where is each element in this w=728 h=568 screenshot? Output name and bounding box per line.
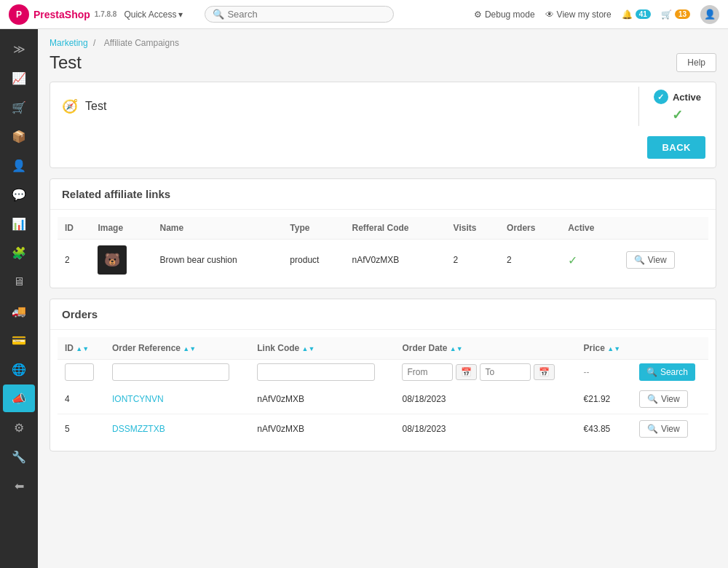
- compass-icon: 🧭: [62, 98, 78, 114]
- col-name: Name: [153, 217, 283, 240]
- global-search-bar[interactable]: 🔍: [205, 6, 394, 23]
- sidebar-item-marketing[interactable]: 📣: [3, 384, 35, 412]
- sidebar: ≫ 📈 🛒 📦 👤 💬 📊 🧩 🖥 🚚 💳 🌐 📣 ⚙ 🔧 ⬅: [0, 29, 38, 568]
- status-active-icon: ✓: [654, 90, 668, 104]
- view-button[interactable]: 🔍 View: [626, 251, 675, 269]
- orders-col-actions: [632, 337, 708, 360]
- quick-access-button[interactable]: Quick Access ▾: [124, 9, 183, 20]
- order-row-2: 5 DSSMZZTXB nAfV0zMXB 08/18/2023 €43.85 …: [58, 414, 708, 444]
- sort-icon-ref[interactable]: ▲▼: [183, 345, 196, 352]
- orders-col-link: Link Code ▲▼: [250, 337, 395, 360]
- related-links-table-container: ID Image Name Type Refferal Code Visits …: [50, 210, 716, 288]
- nav-right: ⚙ Debug mode 👁 View my store 🔔 41 🛒 13 👤: [474, 5, 719, 24]
- related-links-table: ID Image Name Type Refferal Code Visits …: [58, 217, 708, 280]
- row-image: 🐻: [90, 240, 152, 281]
- sort-icon-price[interactable]: ▲▼: [607, 345, 620, 352]
- date-from-calendar-button[interactable]: 📅: [456, 364, 477, 380]
- order-view-button-2[interactable]: 🔍 View: [639, 420, 688, 438]
- filter-id-input[interactable]: [65, 363, 94, 381]
- logo[interactable]: P PrestaShop 1.7.8.8: [9, 4, 116, 25]
- sidebar-item-catalog[interactable]: 📦: [3, 122, 35, 150]
- cart-button[interactable]: 🛒 13: [661, 9, 690, 20]
- col-active: Active: [561, 217, 618, 240]
- sidebar-item-advanced[interactable]: 🔧: [3, 443, 35, 470]
- sidebar-item-dashboard[interactable]: 📈: [3, 64, 35, 92]
- orders-col-ref: Order Reference ▲▼: [105, 337, 250, 360]
- search-icon: 🔍: [213, 9, 224, 20]
- bell-icon: 🔔: [622, 9, 633, 20]
- order-actions-2: 🔍 View: [632, 414, 708, 444]
- orders-section: Orders ID ▲▼ Order Reference ▲▼: [50, 299, 716, 451]
- help-button[interactable]: Help: [676, 53, 716, 72]
- sidebar-item-messages[interactable]: 💬: [3, 181, 35, 208]
- status-checkmark: ✓: [672, 107, 683, 123]
- breadcrumb-current: Affiliate Campaigns: [104, 38, 179, 48]
- notifications-badge: 41: [636, 9, 651, 19]
- orders-col-id: ID ▲▼: [58, 337, 105, 360]
- filter-search-cell: 🔍 Search: [632, 360, 708, 385]
- order-view-button-1[interactable]: 🔍 View: [639, 390, 688, 408]
- back-button[interactable]: BACK: [647, 136, 705, 159]
- sidebar-item-back[interactable]: ⬅: [3, 472, 35, 500]
- related-links-header: Related affiliate links: [50, 179, 716, 210]
- breadcrumb: Marketing / Affiliate Campaigns: [50, 38, 716, 48]
- search-icon: 🔍: [647, 424, 658, 434]
- breadcrumb-parent[interactable]: Marketing: [50, 38, 88, 48]
- status-header: ✓ Active: [654, 90, 701, 104]
- sidebar-item-payment[interactable]: 💳: [3, 326, 35, 354]
- col-orders: Orders: [499, 217, 561, 240]
- main-layout: ≫ 📈 🛒 📦 👤 💬 📊 🧩 🖥 🚚 💳 🌐 📣 ⚙ 🔧 ⬅ Marketin…: [0, 29, 728, 568]
- debug-mode-button[interactable]: ⚙ Debug mode: [474, 9, 535, 20]
- sidebar-item-international[interactable]: 🌐: [3, 355, 35, 383]
- sidebar-item-shipping[interactable]: 🚚: [3, 297, 35, 325]
- orders-col-price: Price ▲▼: [577, 337, 632, 360]
- sort-icon-id[interactable]: ▲▼: [76, 345, 89, 352]
- filter-price-cell: --: [577, 360, 632, 385]
- sidebar-item-customers[interactable]: 👤: [3, 151, 35, 179]
- product-image: 🐻: [98, 245, 127, 275]
- row-name: Brown bear cushion: [153, 240, 283, 281]
- order-price-1: €21.92: [577, 384, 632, 414]
- filter-ref-cell: [105, 360, 250, 385]
- sort-icon-date[interactable]: ▲▼: [450, 345, 463, 352]
- filter-link-cell: [250, 360, 395, 385]
- col-image: Image: [90, 217, 152, 240]
- app-name: PrestaShop: [33, 9, 90, 20]
- date-from-input[interactable]: [402, 363, 453, 381]
- date-to-calendar-button[interactable]: 📅: [534, 364, 555, 380]
- sidebar-item-design[interactable]: 🖥: [3, 268, 35, 296]
- search-input[interactable]: [227, 9, 386, 20]
- sidebar-item-modules[interactable]: 🧩: [3, 239, 35, 267]
- top-navigation: P PrestaShop 1.7.8.8 Quick Access ▾ 🔍 ⚙ …: [0, 0, 728, 29]
- filter-ref-input[interactable]: [112, 363, 229, 381]
- col-referral-code: Refferal Code: [345, 217, 446, 240]
- campaign-status-section: ✓ Active ✓: [639, 82, 716, 130]
- campaign-card: 🧭 Test ✓ Active ✓ BACK: [50, 82, 716, 168]
- order-ref-link-2[interactable]: DSSMZZTXB: [112, 424, 165, 434]
- order-ref-link-1[interactable]: IONTCYNVN: [112, 394, 164, 404]
- row-active: ✓: [561, 240, 618, 281]
- date-to-input[interactable]: [480, 363, 531, 381]
- campaign-card-inner: 🧭 Test ✓ Active ✓: [50, 82, 716, 130]
- order-actions-1: 🔍 View: [632, 384, 708, 414]
- notifications-button[interactable]: 🔔 41: [622, 9, 651, 20]
- page-header: Test Help: [50, 52, 716, 73]
- sidebar-item-orders[interactable]: 🛒: [3, 93, 35, 121]
- filter-date-cell: 📅 📅: [395, 360, 576, 385]
- sort-icon-link[interactable]: ▲▼: [302, 345, 315, 352]
- order-link-1: nAfV0zMXB: [250, 384, 395, 414]
- user-avatar[interactable]: 👤: [700, 5, 719, 24]
- view-store-button[interactable]: 👁 View my store: [545, 9, 612, 20]
- row-visits: 2: [446, 240, 500, 281]
- sidebar-item-expand[interactable]: ≫: [3, 35, 35, 63]
- search-icon: 🔍: [646, 367, 657, 377]
- sidebar-item-stats[interactable]: 📊: [3, 210, 35, 237]
- sidebar-item-settings[interactable]: ⚙: [3, 414, 35, 441]
- orders-search-button[interactable]: 🔍 Search: [639, 363, 695, 381]
- filter-link-input[interactable]: [257, 363, 374, 381]
- order-date-1: 08/18/2023: [395, 384, 576, 414]
- search-icon: 🔍: [647, 394, 658, 404]
- row-referral-code: nAfV0zMXB: [345, 240, 446, 281]
- order-price-2: €43.85: [577, 414, 632, 444]
- page-title: Test: [50, 52, 82, 73]
